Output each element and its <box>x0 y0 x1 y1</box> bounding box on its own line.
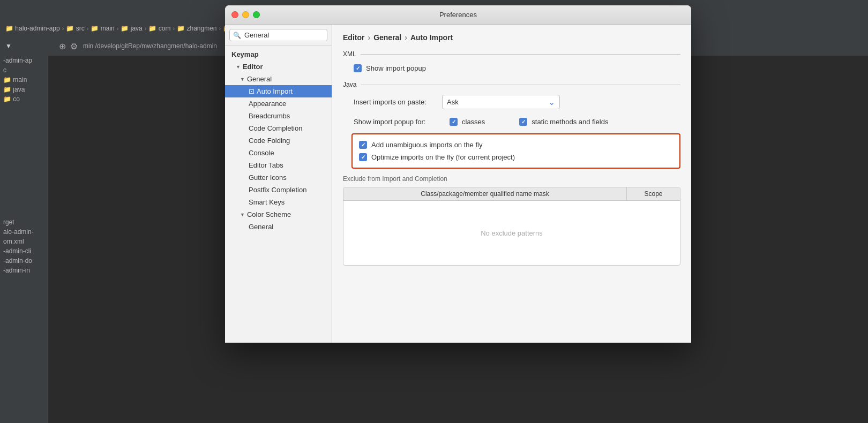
add-imports-row: ✓ Add unambiguous imports on the fly <box>359 139 673 151</box>
optimize-imports-checkbox[interactable]: ✓ <box>359 153 367 161</box>
exclude-label: Exclude from Import and Completion <box>343 175 680 183</box>
color-scheme-triangle-icon: ▼ <box>240 212 245 217</box>
preferences-sidebar: 🔍 × Keymap ▼ Editor <box>225 25 332 343</box>
table-body: No exclude patterns <box>343 201 680 265</box>
dropdown-arrow-icon: ⌄ <box>548 97 555 107</box>
minimize-button[interactable] <box>242 11 249 18</box>
show-import-popup-label: Show import popup for: <box>354 118 437 126</box>
color-scheme-label: Color Scheme <box>247 210 291 218</box>
preferences-dialog: Preferences 🔍 × <box>225 5 691 343</box>
keymap-label: Keymap <box>231 50 259 58</box>
breadcrumb-arrow-1: › <box>368 33 370 42</box>
appearance-label: Appearance <box>249 100 286 108</box>
content-panel: Editor › General › Auto Import XML <box>332 25 691 343</box>
highlighted-options-box: ✓ Add unambiguous imports on the fly ✓ O… <box>351 133 680 169</box>
general-label: General <box>247 75 272 83</box>
window-buttons <box>231 11 260 18</box>
exclude-section: Exclude from Import and Completion Class… <box>343 175 680 266</box>
show-import-popup-xml-row: ✓ Show import popup <box>343 62 680 74</box>
xml-section-line <box>361 54 680 55</box>
search-box: 🔍 × <box>225 25 332 46</box>
classes-checkbox[interactable]: ✓ <box>450 118 458 126</box>
auto-import-label: Auto Import <box>257 87 293 95</box>
sidebar-item-keymap[interactable]: Keymap <box>225 48 332 61</box>
show-import-popup-row: Show import popup for: ✓ classes ✓ <box>343 116 680 128</box>
insert-imports-row: Insert imports on paste: Ask ⌄ <box>343 93 680 111</box>
console-label: Console <box>249 149 274 157</box>
sidebar-item-breadcrumbs[interactable]: Breadcrumbs <box>225 110 332 122</box>
optimize-imports-label: Optimize imports on the fly (for current… <box>371 153 515 161</box>
table-empty-text: No exclude patterns <box>481 229 543 237</box>
auto-import-icon: ⊡ <box>249 87 255 95</box>
insert-imports-value: Ask <box>447 98 459 106</box>
dialog-overlay: Preferences 🔍 × <box>0 0 868 423</box>
xml-section-label: XML <box>343 50 680 58</box>
exclude-table: Class/package/member qualified name mask… <box>343 187 680 266</box>
search-icon: 🔍 <box>233 32 241 39</box>
gutter-icons-label: Gutter Icons <box>249 173 287 182</box>
static-label: static methods and fields <box>532 118 608 126</box>
add-imports-check-icon: ✓ <box>361 142 365 148</box>
sidebar-item-editor[interactable]: ▼ Editor <box>225 61 332 73</box>
dialog-titlebar: Preferences <box>225 5 691 25</box>
add-imports-label: Add unambiguous imports on the fly <box>371 141 482 149</box>
show-import-popup-xml-checkbox[interactable]: ✓ <box>354 64 362 72</box>
code-folding-label: Code Folding <box>249 137 290 145</box>
table-col-mask: Class/package/member qualified name mask <box>343 187 626 200</box>
search-input-wrapper[interactable]: 🔍 × <box>229 29 327 41</box>
ide-background: halo-admin - [/develop/gitRep/mw/zhangme… <box>0 0 868 423</box>
dialog-title: Preferences <box>439 11 477 19</box>
sidebar-item-postfix-completion[interactable]: Postfix Completion <box>225 184 332 196</box>
sidebar-item-editor-tabs[interactable]: Editor Tabs <box>225 159 332 171</box>
content-breadcrumb: Editor › General › Auto Import <box>343 33 680 42</box>
optimize-imports-check-icon: ✓ <box>361 154 365 160</box>
java-section-line <box>361 85 680 85</box>
postfix-completion-label: Postfix Completion <box>249 186 306 194</box>
breadcrumb-arrow-2: › <box>405 33 407 42</box>
breadcrumb-editor: Editor <box>343 33 364 42</box>
editor-label: Editor <box>243 63 263 71</box>
dialog-body: 🔍 × Keymap ▼ Editor <box>225 25 691 343</box>
editor-tabs-label: Editor Tabs <box>249 161 283 169</box>
breadcrumb-general: General <box>373 33 401 42</box>
sidebar-item-code-completion[interactable]: Code Completion <box>225 122 332 134</box>
sidebar-item-color-scheme[interactable]: ▼ Color Scheme <box>225 208 332 221</box>
breadcrumbs-label: Breadcrumbs <box>249 112 290 120</box>
java-section: Java Insert imports on paste: Ask ⌄ <box>343 81 680 169</box>
breadcrumb-auto-import: Auto Import <box>410 33 453 42</box>
static-check-icon: ✓ <box>521 119 526 125</box>
nav-tree: Keymap ▼ Editor ▼ General ⊡ Auto Impor <box>225 46 332 343</box>
sidebar-item-appearance[interactable]: Appearance <box>225 97 332 110</box>
sidebar-item-code-folding[interactable]: Code Folding <box>225 134 332 147</box>
sidebar-item-color-scheme-general[interactable]: General <box>225 221 332 233</box>
insert-imports-label: Insert imports on paste: <box>354 98 437 106</box>
static-checkbox[interactable]: ✓ <box>519 118 527 126</box>
insert-imports-dropdown[interactable]: Ask ⌄ <box>442 95 560 109</box>
search-input[interactable] <box>244 31 332 39</box>
smart-keys-label: Smart Keys <box>249 198 285 206</box>
sidebar-item-auto-import[interactable]: ⊡ Auto Import <box>225 85 332 97</box>
show-import-popup-xml-label: Show import popup <box>366 64 426 72</box>
table-header: Class/package/member qualified name mask… <box>343 187 680 201</box>
static-checkbox-row: ✓ static methods and fields <box>519 116 608 128</box>
editor-triangle-icon: ▼ <box>236 64 241 70</box>
table-col-scope: Scope <box>626 187 680 200</box>
xml-section: XML ✓ Show import popup <box>343 50 680 74</box>
sidebar-item-console[interactable]: Console <box>225 147 332 159</box>
classes-checkbox-row: ✓ classes <box>450 116 485 128</box>
color-scheme-general-label: General <box>249 223 273 231</box>
classes-label: classes <box>462 118 485 126</box>
sidebar-item-smart-keys[interactable]: Smart Keys <box>225 196 332 208</box>
classes-check-icon: ✓ <box>452 119 456 125</box>
sidebar-item-general[interactable]: ▼ General <box>225 73 332 85</box>
optimize-imports-row: ✓ Optimize imports on the fly (for curre… <box>359 151 673 163</box>
maximize-button[interactable] <box>253 11 260 18</box>
general-triangle-icon: ▼ <box>240 77 245 82</box>
java-section-label: Java <box>343 81 680 88</box>
checkbox-check-icon: ✓ <box>356 65 360 71</box>
close-button[interactable] <box>231 11 238 18</box>
code-completion-label: Code Completion <box>249 124 302 132</box>
add-imports-checkbox[interactable]: ✓ <box>359 141 367 149</box>
sidebar-item-gutter-icons[interactable]: Gutter Icons <box>225 171 332 184</box>
